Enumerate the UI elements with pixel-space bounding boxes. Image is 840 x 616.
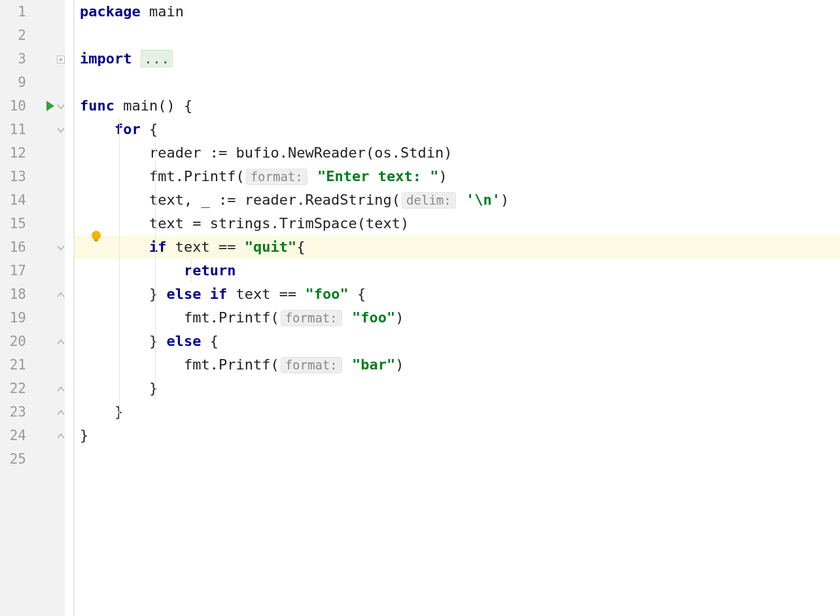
keyword: import — [80, 50, 131, 67]
line-number: 9 — [0, 71, 29, 94]
gutter-row: 25 — [0, 447, 65, 471]
fold-close-icon[interactable] — [57, 377, 65, 400]
gutter-icons — [29, 94, 65, 118]
code-line[interactable]: fmt.Printf(format: "Enter text: ") — [75, 165, 840, 188]
gutter-icons — [29, 282, 65, 306]
run-icon[interactable] — [45, 100, 56, 112]
fold-open-icon[interactable] — [57, 118, 65, 141]
line-number: 14 — [0, 188, 29, 212]
gutter-icons — [29, 306, 65, 330]
gutter-icons — [29, 141, 65, 165]
fold-close-icon[interactable] — [57, 424, 65, 447]
code-line[interactable]: } — [75, 377, 840, 400]
indent-guide — [119, 118, 120, 424]
code-line[interactable] — [75, 71, 840, 94]
code-line[interactable]: fmt.Printf(format: "foo") — [75, 306, 840, 330]
string-literal: '\n' — [466, 192, 500, 208]
gutter-icons — [29, 118, 65, 141]
identifier: main — [123, 97, 158, 114]
gutter-icons — [29, 47, 65, 71]
gutter-row: 2 — [0, 24, 65, 47]
line-number: 18 — [0, 282, 29, 306]
gutter-icons — [29, 424, 65, 447]
line-number: 3 — [0, 47, 29, 71]
gutter-row: 13 — [0, 165, 65, 188]
fold-open-icon[interactable] — [57, 235, 65, 259]
fold-expand-icon[interactable] — [57, 47, 65, 71]
code-editor: 123910111213141516171819202122232425 pac… — [0, 0, 840, 616]
code-line[interactable]: return — [75, 259, 840, 282]
code-text: text = strings.TrimSpace(text) — [149, 215, 409, 231]
intention-bulb-icon[interactable] — [90, 230, 102, 247]
gutter-icons — [29, 377, 65, 400]
string-literal: "quit" — [245, 239, 296, 255]
gutter-row: 23 — [0, 400, 65, 424]
line-number: 21 — [0, 353, 29, 377]
gutter-icons — [29, 71, 65, 94]
fold-close-icon[interactable] — [57, 400, 65, 424]
gutter-row: 18 — [0, 282, 65, 306]
fold-close-icon[interactable] — [57, 330, 65, 353]
string-literal: "bar" — [352, 356, 395, 373]
code-line[interactable] — [75, 447, 840, 471]
line-number: 24 — [0, 424, 29, 447]
svg-rect-5 — [94, 239, 98, 241]
keyword: if — [210, 286, 228, 302]
line-number: 15 — [0, 212, 29, 235]
line-number: 16 — [0, 235, 29, 259]
gutter-row: 3 — [0, 47, 65, 71]
gutter-icons — [29, 0, 65, 24]
fold-margin — [65, 0, 75, 616]
gutter-row: 15 — [0, 212, 65, 235]
gutter-row: 20 — [0, 330, 65, 353]
gutter-icons — [29, 212, 65, 235]
keyword: func — [80, 97, 114, 114]
code-line[interactable]: } — [75, 424, 840, 447]
folded-region[interactable]: ... — [141, 50, 173, 67]
code-line[interactable]: } else if text == "foo" { — [75, 282, 840, 306]
code-line[interactable]: for { — [75, 118, 840, 141]
keyword: for — [114, 121, 141, 137]
code-text: text == — [236, 286, 305, 302]
fold-close-icon[interactable] — [57, 282, 65, 306]
code-line[interactable]: fmt.Printf(format: "bar") — [75, 353, 840, 377]
code-area[interactable]: package mainimport ...func main() { for … — [75, 0, 840, 616]
code-line[interactable] — [75, 24, 840, 47]
code-line[interactable]: text = strings.TrimSpace(text) — [75, 212, 840, 235]
code-line[interactable]: } else { — [75, 330, 840, 353]
gutter-icons — [29, 259, 65, 282]
line-number: 23 — [0, 400, 29, 424]
code-text: fmt.Printf( — [184, 309, 279, 326]
line-number: 12 — [0, 141, 29, 165]
code-line[interactable]: reader := bufio.NewReader(os.Stdin) — [75, 141, 840, 165]
line-number: 13 — [0, 165, 29, 188]
keyword: package — [80, 3, 141, 20]
code-text: reader := bufio.NewReader(os.Stdin) — [149, 145, 453, 161]
gutter-row: 17 — [0, 259, 65, 282]
gutter-row: 12 — [0, 141, 65, 165]
code-line[interactable]: } — [75, 400, 840, 424]
code-line[interactable]: func main() { — [75, 94, 840, 118]
line-number: 10 — [0, 94, 29, 118]
inline-hint: format: — [281, 357, 342, 373]
code-line[interactable]: if text == "quit"{ — [75, 235, 840, 259]
line-number: 25 — [0, 447, 29, 471]
keyword: else — [166, 333, 201, 349]
identifier: main — [149, 3, 184, 20]
gutter-icons — [29, 447, 65, 471]
indent-guide — [155, 141, 156, 400]
string-literal: "Enter text: " — [317, 168, 438, 184]
gutter-row: 14 — [0, 188, 65, 212]
code-text: text, _ := reader.ReadString( — [149, 192, 400, 208]
fold-open-icon[interactable] — [57, 94, 65, 118]
gutter: 123910111213141516171819202122232425 — [0, 0, 65, 616]
code-line[interactable]: import ... — [75, 47, 840, 71]
keyword: if — [149, 239, 167, 255]
code-line[interactable]: text, _ := reader.ReadString(delim: '\n'… — [75, 188, 840, 212]
gutter-row: 16 — [0, 235, 65, 259]
line-number: 17 — [0, 259, 29, 282]
string-literal: "foo" — [352, 309, 395, 326]
gutter-row: 22 — [0, 377, 65, 400]
code-line[interactable]: package main — [75, 0, 840, 24]
line-number: 19 — [0, 306, 29, 330]
